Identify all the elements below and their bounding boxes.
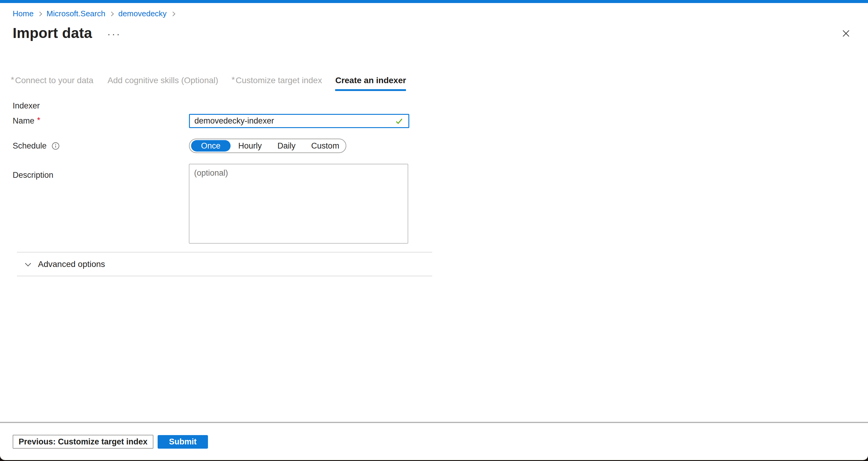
name-input-container — [189, 114, 409, 128]
schedule-label: Schedule — [13, 141, 189, 151]
chevron-right-icon — [37, 11, 42, 16]
advanced-options-label: Advanced options — [38, 259, 105, 269]
import-data-panel: Home Microsoft.Search demovedecky Import… — [0, 0, 868, 460]
chevron-right-icon — [109, 11, 114, 16]
active-tab-underline — [335, 89, 406, 91]
tab-label: Connect to your data — [15, 75, 93, 85]
tab-label: Create an indexer — [335, 75, 406, 85]
tab-label: Add cognitive skills (Optional) — [107, 75, 218, 85]
info-icon[interactable] — [52, 142, 60, 150]
schedule-label-text: Schedule — [13, 141, 47, 151]
previous-step-button[interactable]: Previous: Customize target index — [13, 435, 153, 449]
tab-customize-target-index[interactable]: *Customize target index — [231, 75, 322, 86]
chevron-right-icon — [170, 11, 176, 16]
chevron-down-icon — [25, 260, 31, 266]
description-row: Description — [13, 164, 435, 243]
schedule-option-hourly[interactable]: Hourly — [230, 140, 270, 152]
schedule-option-once[interactable]: Once — [191, 140, 230, 152]
tab-required-marker: * — [231, 75, 235, 84]
schedule-toggle-group: Once Hourly Daily Custom — [189, 139, 346, 153]
description-label-text: Description — [13, 171, 53, 180]
tab-create-an-indexer[interactable]: Create an indexer — [335, 75, 406, 86]
section-label-indexer: Indexer — [13, 101, 435, 110]
description-textarea[interactable] — [189, 164, 408, 243]
tab-label: Customize target index — [236, 75, 322, 85]
valid-check-icon — [395, 117, 404, 126]
name-row: Name * — [13, 114, 435, 128]
close-button[interactable] — [838, 26, 854, 41]
advanced-options-inner: Advanced options — [26, 259, 105, 269]
footer-buttons: Previous: Customize target index Submit — [13, 435, 208, 449]
schedule-row: Schedule Once Hourly Daily Custom — [13, 139, 435, 153]
required-asterisk: * — [37, 116, 40, 125]
name-label: Name * — [13, 116, 189, 126]
advanced-options-toggle[interactable]: Advanced options — [17, 252, 432, 276]
breadcrumb-link-home[interactable]: Home — [13, 9, 33, 19]
page-title: Import data — [13, 25, 92, 41]
name-label-text: Name — [13, 116, 34, 126]
tab-add-cognitive-skills[interactable]: Add cognitive skills (Optional) — [107, 75, 218, 86]
indexer-name-input[interactable] — [194, 116, 395, 126]
portal-top-accent-bar — [0, 0, 868, 3]
title-row: Import data ··· — [13, 25, 121, 41]
schedule-option-custom[interactable]: Custom — [304, 140, 347, 152]
footer-divider — [0, 422, 868, 423]
description-label: Description — [13, 164, 189, 180]
tab-connect-to-your-data[interactable]: *Connect to your data — [11, 75, 93, 86]
breadcrumb: Home Microsoft.Search demovedecky — [13, 9, 180, 19]
breadcrumb-link-resource[interactable]: demovedecky — [118, 9, 166, 19]
more-options-button[interactable]: ··· — [107, 27, 121, 39]
indexer-form: Indexer Name * Schedule — [13, 101, 435, 243]
schedule-option-daily[interactable]: Daily — [270, 140, 304, 152]
tab-required-marker: * — [11, 75, 14, 84]
wizard-tabs: *Connect to your data Add cognitive skil… — [11, 75, 406, 86]
submit-button[interactable]: Submit — [158, 435, 208, 449]
breadcrumb-link-service[interactable]: Microsoft.Search — [46, 9, 105, 19]
close-icon — [841, 29, 850, 38]
